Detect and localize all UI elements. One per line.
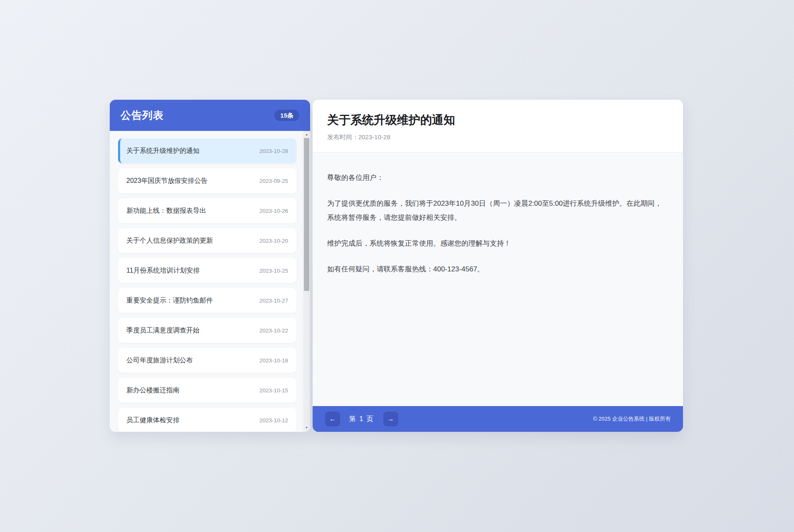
announcement-paragraph: 维护完成后，系统将恢复正常使用。感谢您的理解与支持！ [327, 236, 668, 251]
item-date: 2023-10-22 [259, 328, 288, 334]
list-item[interactable]: 员工健康体检安排 2023-10-12 [118, 408, 296, 432]
item-title: 公司年度旅游计划公布 [126, 356, 193, 365]
page-indicator: 第 1 页 [349, 415, 374, 424]
publish-date: 发布时间：2023-10-28 [327, 133, 668, 141]
item-date: 2023-09-25 [259, 178, 288, 184]
list-item[interactable]: 重要安全提示：谨防钓鱼邮件 2023-10-27 [118, 288, 296, 313]
detail-header: 关于系统升级维护的通知 发布时间：2023-10-28 [313, 100, 683, 153]
announcement-list-panel: 公告列表 15条 关于系统升级维护的通知 2023-10-28 2023年国庆节… [110, 100, 310, 432]
item-title: 关于个人信息保护政策的更新 [126, 236, 213, 245]
publish-date-value: 2023-10-28 [358, 133, 390, 140]
list-item[interactable]: 2023年国庆节放假安排公告 2023-09-25 [118, 168, 296, 193]
scroll-up-icon[interactable]: ▲ [303, 131, 310, 138]
item-title: 新办公楼搬迁指南 [126, 386, 180, 395]
item-title: 员工健康体检安排 [126, 416, 180, 425]
prev-page-button[interactable]: ← [325, 411, 340, 426]
panel-title: 公告列表 [121, 108, 164, 122]
next-page-button[interactable]: → [383, 411, 398, 426]
item-title: 关于系统升级维护的通知 [126, 147, 200, 155]
item-title: 11月份系统培训计划安排 [126, 266, 200, 275]
announcement-content: 尊敬的各位用户： 为了提供更优质的服务，我们将于2023年10月30日（周一）凌… [313, 153, 683, 406]
detail-footer: ← 第 1 页 → © 2025 企业公告系统 | 版权所有 [313, 406, 683, 432]
announcement-paragraph: 为了提供更优质的服务，我们将于2023年10月30日（周一）凌晨2:00至5:0… [327, 197, 668, 225]
item-date: 2023-10-27 [259, 298, 288, 304]
list-item[interactable]: 公司年度旅游计划公布 2023-10-18 [118, 348, 296, 373]
announcement-paragraph: 如有任何疑问，请联系客服热线：400-123-4567。 [327, 262, 668, 276]
copyright-text: © 2025 企业公告系统 | 版权所有 [593, 415, 671, 423]
item-date: 2023-10-15 [259, 387, 288, 394]
item-date: 2023-10-20 [259, 238, 288, 244]
item-date: 2023-10-26 [259, 208, 288, 214]
list-item[interactable]: 11月份系统培训计划安排 2023-10-25 [118, 258, 296, 283]
item-title: 重要安全提示：谨防钓鱼邮件 [126, 296, 213, 305]
page-title: 关于系统升级维护的通知 [327, 112, 668, 128]
item-date: 2023-10-28 [259, 148, 288, 154]
announcement-list: 关于系统升级维护的通知 2023-10-28 2023年国庆节放假安排公告 20… [110, 131, 310, 432]
item-date: 2023-10-25 [259, 268, 288, 274]
publish-date-label: 发布时间： [327, 133, 358, 140]
scrollbar-thumb[interactable] [304, 138, 309, 291]
sidebar-header: 公告列表 15条 [110, 100, 310, 131]
list-item[interactable]: 关于系统升级维护的通知 2023-10-28 [118, 138, 296, 163]
list-item[interactable]: 季度员工满意度调查开始 2023-10-22 [118, 318, 296, 343]
item-title: 季度员工满意度调查开始 [126, 326, 200, 335]
list-item[interactable]: 新功能上线：数据报表导出 2023-10-26 [118, 198, 296, 223]
item-date: 2023-10-18 [259, 357, 288, 364]
item-title: 新功能上线：数据报表导出 [126, 207, 206, 215]
pagination: ← 第 1 页 → [325, 411, 398, 426]
list-item[interactable]: 新办公楼搬迁指南 2023-10-15 [118, 378, 296, 403]
item-date: 2023-10-12 [259, 417, 288, 424]
item-title: 2023年国庆节放假安排公告 [126, 177, 208, 185]
scroll-down-icon[interactable]: ▼ [303, 424, 310, 431]
list-item[interactable]: 关于个人信息保护政策的更新 2023-10-20 [118, 228, 296, 253]
count-badge: 15条 [274, 110, 299, 121]
announcement-paragraph: 尊敬的各位用户： [327, 171, 668, 185]
announcement-detail-panel: 关于系统升级维护的通知 发布时间：2023-10-28 尊敬的各位用户： 为了提… [313, 100, 683, 432]
scrollbar[interactable]: ▲ ▼ [303, 131, 310, 432]
